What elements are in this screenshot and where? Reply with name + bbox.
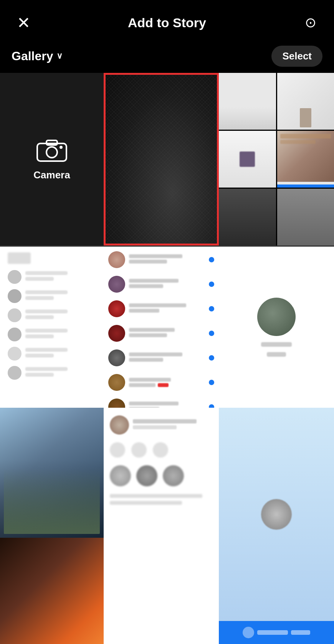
middle-section xyxy=(0,245,334,407)
header: ✕ Add to Story ⊙ xyxy=(0,0,334,42)
profile-subtitle xyxy=(267,352,286,357)
selected-photo-cell[interactable] xyxy=(104,73,219,245)
list-item xyxy=(108,372,214,392)
list-item xyxy=(8,289,96,303)
svg-rect-0 xyxy=(37,143,66,161)
svg-point-1 xyxy=(46,147,57,158)
svg-point-3 xyxy=(60,146,63,149)
list-item xyxy=(8,366,96,380)
profile-name xyxy=(261,342,292,347)
list-item xyxy=(108,348,214,368)
right-mini-grid xyxy=(219,73,334,245)
gallery-dropdown[interactable]: Gallery ∨ xyxy=(12,49,63,63)
list-item xyxy=(108,274,214,294)
mini-cell-4[interactable] xyxy=(277,131,334,188)
mini-cell-3[interactable] xyxy=(219,131,276,188)
mini-cell-5[interactable] xyxy=(219,189,276,245)
bottom-photo-2[interactable] xyxy=(0,538,104,644)
top-row: Camera xyxy=(0,73,334,245)
camera-cell[interactable]: Camera xyxy=(0,73,104,245)
list-item xyxy=(8,347,96,361)
right-profile-panel xyxy=(219,247,334,408)
list-item xyxy=(108,250,214,270)
list-item xyxy=(8,328,96,341)
selected-photo-texture xyxy=(106,75,217,244)
profile-avatar xyxy=(257,298,296,336)
camera-icon xyxy=(36,137,67,162)
list-item xyxy=(108,299,214,319)
gallery-bar: Gallery ∨ Select xyxy=(0,42,334,73)
mini-cell-2[interactable] xyxy=(277,73,334,130)
chevron-down-icon: ∨ xyxy=(56,51,63,61)
post-header xyxy=(110,415,213,435)
list-item xyxy=(108,397,214,408)
post-participants xyxy=(110,465,213,486)
center-list-panel xyxy=(104,247,219,408)
bottom-center-panel xyxy=(104,408,219,644)
list-item xyxy=(108,323,214,343)
bottom-section xyxy=(0,407,334,644)
select-button[interactable]: Select xyxy=(271,46,322,67)
left-list-panel xyxy=(0,247,104,408)
bottom-right-panel xyxy=(219,408,334,644)
bottom-photo-1[interactable] xyxy=(0,408,104,538)
bottom-left-panel xyxy=(0,408,104,644)
list-item xyxy=(8,270,96,284)
page-title: Add to Story xyxy=(128,15,206,30)
post-actions xyxy=(110,442,213,458)
close-button[interactable]: ✕ xyxy=(14,13,33,32)
list-item xyxy=(8,308,96,322)
mini-cell-6[interactable] xyxy=(277,189,334,245)
camera-label: Camera xyxy=(33,169,70,181)
mini-cell-1[interactable] xyxy=(219,73,276,130)
settings-icon[interactable]: ⊙ xyxy=(301,15,320,31)
gallery-label-text: Gallery xyxy=(12,49,53,63)
bottom-right-content xyxy=(219,408,334,621)
bottom-right-action-bar[interactable] xyxy=(219,621,334,644)
media-grid: Camera xyxy=(0,73,334,644)
